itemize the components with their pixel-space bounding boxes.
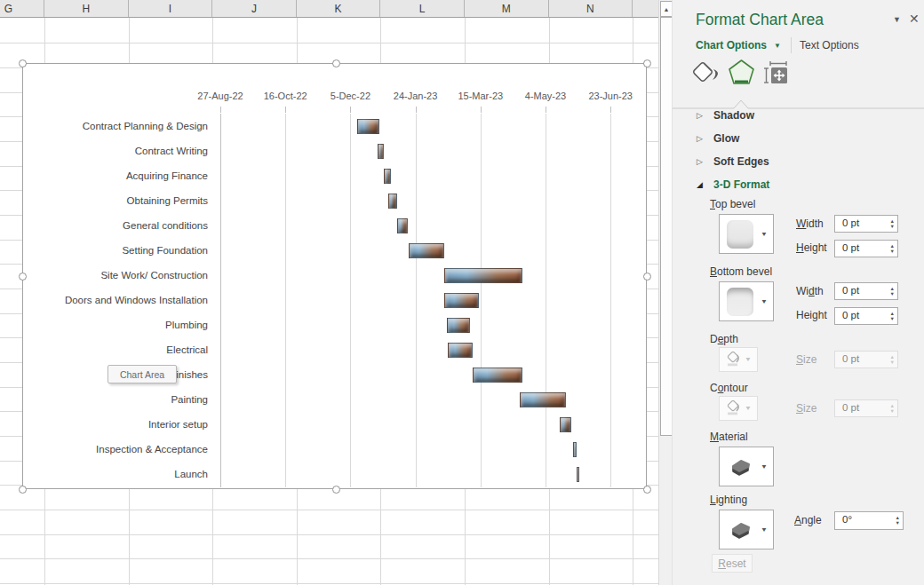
top-bevel-height-spinner[interactable]: 0 pt ▲▼	[834, 240, 898, 257]
category-axis-label[interactable]: Contract Planning & Design	[30, 121, 208, 131]
section-glow[interactable]: ▷Glow	[697, 132, 739, 145]
column-header-J[interactable]: J	[212, 0, 297, 17]
dropdown-arrow-icon: ▼	[761, 463, 768, 470]
section-soft-edges[interactable]: ▷Soft Edges	[697, 155, 769, 168]
bottom-bevel-width-spinner[interactable]: 0 pt ▲▼	[834, 282, 898, 300]
category-axis-label[interactable]: Electrical	[30, 344, 208, 355]
effects-icon[interactable]	[727, 58, 756, 91]
spinner-arrows: ▲▼	[890, 241, 895, 257]
size-properties-icon[interactable]	[764, 61, 788, 88]
lighting-angle-spinner[interactable]: 0° ▲▼	[834, 511, 904, 530]
selection-handle[interactable]	[332, 59, 340, 67]
selection-handle[interactable]	[332, 486, 340, 494]
column-header-H[interactable]: H	[44, 0, 129, 17]
gantt-bar[interactable]	[520, 392, 567, 407]
column-header-G[interactable]: G	[0, 0, 44, 17]
gantt-bar[interactable]	[378, 144, 384, 159]
gantt-bar[interactable]	[560, 417, 571, 432]
date-axis-label[interactable]: 16-Oct-22	[252, 91, 318, 101]
tab-text-options[interactable]: Text Options	[800, 39, 859, 51]
gantt-bar[interactable]	[357, 119, 379, 134]
dropdown-arrow-icon: ▼	[761, 298, 768, 305]
date-axis-label[interactable]: 15-Mar-23	[448, 91, 514, 101]
category-axis-label[interactable]: Launch	[30, 469, 208, 479]
section-shadow[interactable]: ▷Shadow	[697, 109, 754, 122]
selection-handle[interactable]	[19, 486, 27, 494]
collapsed-arrow-icon[interactable]: ▷	[697, 157, 705, 166]
contour-color-dropdown[interactable]: ▼	[719, 396, 758, 421]
gantt-bar[interactable]	[384, 169, 390, 184]
gantt-chart[interactable]: 27-Aug-2216-Oct-225-Dec-2224-Jan-2315-Ma…	[22, 63, 647, 489]
spin-down-icon[interactable]: ▼	[896, 520, 900, 526]
spinner-arrows: ▲▼	[890, 308, 895, 324]
fill-and-line-icon[interactable]	[692, 60, 721, 91]
column-header-row[interactable]: GHIJKLMN	[0, 0, 658, 18]
format-chart-area-pane: Format Chart Area ▼ ✕ Chart Options ▼ Te…	[672, 0, 924, 585]
depth-color-dropdown[interactable]: ▼	[719, 347, 758, 372]
bottom-bevel-height-spinner[interactable]: 0 pt ▲▼	[834, 307, 898, 325]
gantt-bar[interactable]	[388, 194, 397, 209]
selection-handle[interactable]	[19, 59, 27, 67]
spinner-arrows: ▲▼	[890, 283, 895, 299]
gantt-bar[interactable]	[397, 218, 408, 233]
gantt-bar[interactable]	[473, 368, 522, 383]
scrollbar-thumb[interactable]	[660, 17, 673, 436]
chart-options-caret-icon[interactable]: ▼	[774, 42, 781, 50]
collapsed-arrow-icon[interactable]: ▷	[697, 134, 705, 143]
depth-label: Depth	[710, 333, 738, 345]
category-axis-label[interactable]: Obtaining Permits	[30, 195, 208, 206]
column-header-K[interactable]: K	[297, 0, 381, 17]
date-axis-label[interactable]: 5-Dec-22	[317, 91, 383, 101]
spin-down-icon[interactable]: ▼	[890, 224, 895, 229]
section-label: Soft Edges	[713, 155, 769, 168]
scroll-up-button[interactable]: ▲	[660, 1, 673, 17]
category-axis-label[interactable]: Setting Foundation	[30, 245, 208, 256]
top-bevel-width-spinner[interactable]: 0 pt ▲▼	[834, 215, 898, 233]
gantt-bar[interactable]	[444, 293, 480, 308]
column-header-L[interactable]: L	[380, 0, 465, 17]
date-axis-label[interactable]: 23-Jun-23	[578, 91, 643, 101]
gantt-bar[interactable]	[448, 343, 473, 358]
bottom-bevel-dropdown[interactable]: ▼	[719, 281, 774, 321]
column-header-M[interactable]: M	[465, 0, 549, 17]
pane-menu-caret-icon[interactable]: ▼	[893, 15, 901, 24]
category-axis-label[interactable]: Plumbing	[30, 320, 208, 330]
gantt-bar[interactable]	[577, 467, 579, 482]
section-3-d-format[interactable]: ◢3-D Format	[697, 178, 769, 191]
gantt-bar[interactable]	[444, 268, 522, 283]
lighting-angle-value: 0°	[842, 514, 852, 525]
category-axis-label[interactable]: Doors and Windows Installation	[30, 295, 208, 305]
category-axis-label[interactable]: Site Work/ Construction	[30, 270, 208, 281]
date-axis-label[interactable]: 27-Aug-22	[187, 91, 253, 101]
column-header-I[interactable]: I	[129, 0, 213, 17]
category-axis-label[interactable]: Inspection & Acceptance	[30, 444, 208, 455]
date-axis-label[interactable]: 24-Jan-23	[383, 91, 449, 101]
sheet-vertical-scrollbar[interactable]: ▲	[658, 0, 672, 585]
category-axis-label[interactable]: General conditions	[30, 220, 208, 231]
material-dropdown[interactable]: ▼	[719, 447, 774, 486]
gantt-bar[interactable]	[409, 243, 444, 258]
selection-handle[interactable]	[643, 59, 651, 67]
pane-close-icon[interactable]: ✕	[909, 12, 920, 26]
contour-label: Contour	[710, 382, 748, 394]
top-bevel-width-label: Width	[796, 217, 824, 230]
collapsed-arrow-icon[interactable]: ▷	[697, 111, 705, 120]
gantt-bar[interactable]	[573, 442, 577, 457]
expanded-arrow-icon[interactable]: ◢	[697, 180, 705, 189]
gantt-bar[interactable]	[447, 318, 470, 333]
column-header-N[interactable]: N	[549, 0, 633, 17]
selection-handle[interactable]	[19, 273, 27, 281]
selection-handle[interactable]	[643, 273, 651, 281]
top-bevel-dropdown[interactable]: ▼	[719, 214, 774, 254]
category-axis-label[interactable]: Painting	[30, 394, 208, 405]
category-axis-label[interactable]: Contract Writing	[30, 146, 208, 156]
date-axis-label[interactable]: 4-May-23	[513, 91, 578, 101]
spin-down-icon[interactable]: ▼	[890, 291, 895, 296]
lighting-dropdown[interactable]: ▼	[719, 510, 774, 549]
category-axis-label[interactable]: Acquiring Finance	[30, 170, 208, 181]
category-axis-label[interactable]: Interior setup	[30, 419, 208, 430]
tab-chart-options[interactable]: Chart Options	[696, 39, 767, 51]
spin-down-icon[interactable]: ▼	[890, 249, 895, 254]
selection-handle[interactable]	[643, 486, 651, 494]
spin-down-icon[interactable]: ▼	[890, 316, 895, 321]
